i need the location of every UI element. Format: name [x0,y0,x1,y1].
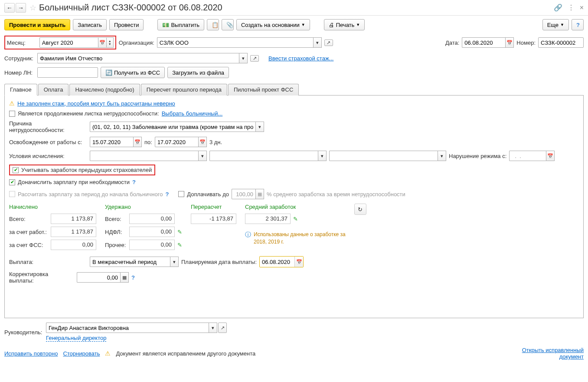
reason-label: Причина нетрудоспособности: [9,120,87,133]
back-button[interactable]: ← [4,3,15,13]
calendar-icon[interactable]: 📅 [133,137,142,147]
cond3-input[interactable] [329,151,438,161]
open-icon[interactable]: ↗ [250,55,259,62]
reason-input[interactable] [90,122,255,132]
post-close-button[interactable]: Провести и закрыть [4,19,70,30]
date-label: Дата: [445,40,459,46]
leave-to-input[interactable] [155,137,198,147]
employee-label: Сотрудник: [4,55,35,62]
dropdown-icon[interactable]: ▾ [209,323,217,333]
payment-input[interactable] [90,257,170,267]
link-icon[interactable]: 🔗 [554,3,562,12]
edit-icon[interactable]: ✎ [177,229,182,235]
month-input[interactable] [39,37,98,48]
post-button[interactable]: Провести [109,19,144,30]
cond1-input[interactable] [90,151,198,161]
correction-input[interactable] [77,272,120,283]
leave-from-input[interactable] [90,137,133,147]
dropdown-icon[interactable]: ▾ [438,151,446,161]
page-title: Больничный лист СЗЗК-000002 от 06.08.202… [39,3,554,13]
employee-input[interactable] [37,53,239,63]
accrued-total: 1 173,87 [51,214,96,224]
dropdown-icon[interactable]: ▾ [318,151,327,161]
continuation-label: Является продолжением листка нетрудоспос… [18,110,159,117]
add-salary-checkbox[interactable] [9,179,15,185]
help-icon[interactable]: ? [165,191,169,198]
manager-position-link[interactable]: Генеральный директор [46,335,106,342]
pay-up-checkbox[interactable] [178,191,184,197]
structure-button[interactable]: 📋 [207,19,219,30]
tabs-bar: Главное Оплата Начислено (подробно) Пере… [4,83,584,96]
create-based-button[interactable]: Создать на основании ▼ [236,19,310,30]
ln-input[interactable] [37,67,98,78]
dropdown-icon[interactable]: ▾ [313,37,322,48]
calendar-icon[interactable]: 📅 [294,257,303,267]
help-button[interactable]: ? [572,19,584,30]
help-icon[interactable]: ? [131,274,135,281]
edit-icon[interactable]: ✎ [293,216,298,222]
open-corrected-link-2[interactable]: документ [522,353,584,360]
open-corrected-link-1[interactable]: Открыть исправленный [522,347,584,353]
ndfl: 0,00 [129,227,175,237]
date-input[interactable] [462,37,505,48]
help-icon[interactable]: ? [132,179,136,185]
load-file-button[interactable]: Загрузить из файла [167,67,229,78]
dropdown-icon[interactable]: ▾ [239,53,248,63]
print-button[interactable]: 🖨 Печать ▼ [324,19,365,30]
org-input[interactable] [157,37,313,48]
calendar-icon[interactable]: 📅 [546,151,555,161]
insurance-link[interactable]: Ввести страховой стаж... [268,55,333,62]
close-icon[interactable]: × [580,4,584,12]
ln-label: Номер ЛН: [4,69,35,76]
prev-insurers-checkbox[interactable] [13,167,19,173]
save-button[interactable]: Записать [73,19,107,30]
dropdown-icon[interactable]: ▾ [170,257,179,267]
open-icon[interactable]: ↗ [218,323,227,333]
continuation-checkbox[interactable] [9,111,15,117]
tab-pilot[interactable]: Пилотный проект ФСС [228,84,299,96]
cond2-input[interactable] [209,151,318,161]
withheld-total: 0,00 [129,214,175,224]
tab-recalc[interactable]: Пересчет прошлого периода [141,84,227,96]
cancel-link[interactable]: Сторнировать [63,350,100,357]
get-fss-button[interactable]: 🔄 Получить из ФСС [101,67,165,78]
calendar-icon[interactable]: 📅 [505,37,514,48]
leave-from-label: Освобождение от работы с: [9,139,87,145]
calc-icon[interactable]: ▦ [120,272,129,283]
refresh-button[interactable]: ↻ [354,204,366,215]
calendar-icon[interactable]: 📅 [98,37,107,48]
tab-main[interactable]: Главное [4,84,37,96]
attach-button[interactable]: 📎 [222,19,234,30]
manager-label: Руководитель: [4,329,43,336]
manager-input[interactable] [46,323,209,333]
planned-date-input[interactable] [260,257,294,267]
correction-label: Корректировка выплаты: [9,271,74,284]
calendar-icon[interactable]: 📅 [198,137,207,147]
tab-accrued[interactable]: Начислено (подробно) [69,84,140,96]
forward-button[interactable]: → [16,3,26,13]
more-button[interactable]: Еще ▼ [542,19,569,30]
dropdown-icon[interactable]: ▾ [255,122,264,132]
favorite-icon[interactable]: ☆ [29,3,36,13]
fix-again-link[interactable]: Исправить повторно [4,350,58,357]
kebab-icon[interactable]: ⋮ [568,3,575,12]
pay-up-suffix: % среднего заработка за время нетрудоспо… [267,191,405,198]
recalc-val: -1 173,87 [191,214,236,224]
spinner-icon[interactable]: ▲▼ [107,37,114,48]
pay-button[interactable]: 💵Выплатить [157,19,204,30]
warning-link[interactable]: Не заполнен стаж, пособия могут быть рас… [17,100,175,107]
recalc-header: Перерасчет [191,204,236,210]
org-label: Организация: [119,40,154,46]
warning-icon: ⚠ [105,350,111,357]
tab-payment[interactable]: Оплата [38,84,69,96]
accrued-employer: 1 173,87 [51,227,96,237]
violation-input[interactable] [509,151,546,161]
select-sick-link[interactable]: Выбрать больничный... [162,110,223,117]
edit-icon[interactable]: ✎ [177,242,182,248]
doc-info: Документ является исправлением другого д… [116,350,255,357]
dropdown-icon[interactable]: ▾ [198,151,207,161]
avg-header: Средний заработок [245,204,346,210]
open-icon[interactable]: ↗ [324,40,333,46]
prev-insurers-label: Учитывать заработок предыдущих страховат… [21,167,152,173]
number-input[interactable] [538,37,584,48]
